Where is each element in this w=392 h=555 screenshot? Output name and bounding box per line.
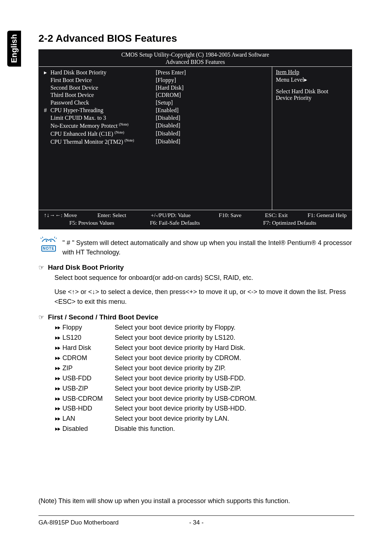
option-name: USB-HDD (62, 404, 115, 414)
row-mark (44, 77, 50, 84)
option-row: ▸▸ZIPSelect your boot device priority by… (54, 363, 354, 374)
option-desc: Select your boot device priority by USB-… (115, 384, 354, 394)
option-desc: Select your boot device priority by USB-… (115, 394, 354, 404)
setting-label: Second Boot Device (50, 84, 156, 92)
row-mark (44, 91, 50, 99)
bios-keys-footer: ↑↓→←: Move Enter: Select +/-/PU/PD: Valu… (39, 210, 352, 229)
bios-setting-row: No-Execute Memory Protect (Note)[Disable… (44, 122, 268, 130)
key-f1: F1: General Help (307, 212, 347, 219)
row-mark (44, 99, 50, 107)
bios-setting-row: Third Boot Device[CDROM] (44, 91, 268, 99)
option-row: ▸▸FloppySelect your boot device priority… (54, 323, 354, 333)
option-desc: Select your boot device priority by CDRO… (115, 353, 354, 363)
setting-value: [Hard Disk] (156, 84, 184, 92)
footnote: (Note) This item will show up when you i… (38, 497, 290, 505)
setting-value: [CDROM] (156, 91, 181, 99)
bios-setting-row: ▸Hard Disk Boot Priority[Press Enter] (44, 69, 268, 77)
option-desc: Select your boot device priority by USB-… (115, 374, 354, 384)
row-mark: # (44, 107, 50, 114)
option-name: ZIP (62, 363, 115, 374)
footer-model: GA-8I915P Duo Motherboard (38, 519, 119, 526)
row-mark (44, 130, 50, 138)
option-name: USB-CDROM (62, 394, 115, 404)
help-text: Device Priority (276, 95, 348, 101)
option-row: ▸▸CDROMSelect your boot device priority … (54, 353, 354, 363)
option-desc: Select your boot device priority by Flop… (115, 323, 354, 333)
bullet-icon: ▸▸ (54, 333, 62, 343)
bullet-icon: ▸▸ (54, 343, 62, 353)
key-f7: F7: Optimized Defaults (263, 219, 347, 227)
section-title: Hard Disk Boot Priority (48, 264, 124, 272)
bios-screenshot: CMOS Setup Utility-Copyright (C) 1984-20… (38, 49, 352, 229)
section-title: First / Second / Third Boot Device (48, 313, 158, 321)
bios-setting-row: Limit CPUID Max. to 3[Disabled] (44, 114, 268, 122)
setting-label: Limit CPUID Max. to 3 (50, 114, 156, 122)
option-row: ▸▸DisabledDisable this function. (54, 424, 354, 434)
bullet-icon: ▸▸ (54, 384, 62, 394)
setting-label: CPU Thermal Monitor 2(TM2) (Note) (50, 138, 156, 146)
bullet-icon: ▸▸ (54, 404, 62, 414)
svg-point-0 (46, 240, 47, 242)
bullet-icon: ▸▸ (54, 394, 62, 404)
note-icon: NOTE (38, 238, 59, 252)
option-row: ▸▸LANSelect your boot device priority by… (54, 414, 354, 424)
option-row: ▸▸USB-HDDSelect your boot device priorit… (54, 404, 354, 414)
option-name: LAN (62, 414, 115, 424)
option-desc: Select your boot device priority by Hard… (115, 343, 354, 353)
key-save: F10: Save (219, 212, 259, 219)
row-mark: ▸ (44, 69, 50, 77)
bullet-icon: ▸▸ (54, 424, 62, 434)
help-text: Select Hard Disk Boot (276, 88, 348, 95)
note-text: " # " System will detect automatically a… (62, 238, 354, 257)
bios-setting-row: #CPU Hyper-Threading[Enabled] (44, 107, 268, 114)
footer-divider (38, 515, 354, 516)
help-title: Item Help (276, 69, 348, 76)
page-title: 2-2 Advanced BIOS Features (38, 33, 354, 44)
option-desc: Select your boot device priority by LS12… (115, 333, 354, 343)
option-name: Hard Disk (62, 343, 115, 353)
bios-setting-row: Second Boot Device[Hard Disk] (44, 84, 268, 92)
bullet-icon: ▸▸ (54, 374, 62, 384)
option-row: ▸▸USB-CDROMSelect your boot device prior… (54, 394, 354, 404)
section-paragraph: Select boot sequence for onboard(or add-… (54, 273, 354, 283)
option-desc: Disable this function. (115, 424, 354, 434)
setting-label: Hard Disk Boot Priority (50, 69, 156, 77)
key-f6: F6: Fail-Safe Defaults (150, 219, 252, 227)
bios-copyright: CMOS Setup Utility-Copyright (C) 1984-20… (39, 51, 352, 58)
option-row: ▸▸USB-FDDSelect your boot device priorit… (54, 374, 354, 384)
bios-setting-row: CPU Thermal Monitor 2(TM2) (Note)[Disabl… (44, 138, 268, 146)
key-f5: F5: Previous Values (44, 219, 138, 227)
svg-point-1 (50, 240, 52, 242)
option-row: ▸▸USB-ZIPSelect your boot device priorit… (54, 384, 354, 394)
setting-value: [Press Enter] (156, 69, 186, 77)
bios-setting-row: CPU Enhanced Halt (C1E) (Note)[Disabled] (44, 130, 268, 138)
key-enter: Enter: Select (97, 212, 144, 219)
bios-settings-list: ▸Hard Disk Boot Priority[Press Enter]Fir… (39, 67, 272, 210)
setting-label: Third Boot Device (50, 91, 156, 99)
bios-subtitle: Advanced BIOS Features (39, 58, 352, 66)
setting-value: [Disabled] (156, 130, 180, 138)
row-mark (44, 114, 50, 122)
option-name: USB-FDD (62, 374, 115, 384)
setting-label: No-Execute Memory Protect (Note) (50, 122, 156, 130)
option-name: Floppy (62, 323, 115, 333)
setting-value: [Disabled] (156, 114, 180, 122)
bios-help-panel: Item Help Menu Level▸ Select Hard Disk B… (272, 67, 352, 210)
setting-value: [Setup] (156, 99, 173, 107)
bullet-icon: ▸▸ (54, 323, 62, 333)
setting-value: [Disabled] (156, 138, 180, 146)
bullet-icon: ▸▸ (54, 363, 62, 374)
key-move: ↑↓→←: Move (44, 212, 91, 219)
option-row: ▸▸Hard DiskSelect your boot device prior… (54, 343, 354, 353)
pointer-icon: ☞ (38, 314, 44, 321)
row-mark (44, 138, 50, 146)
bios-setting-row: Password Check[Setup] (44, 99, 268, 107)
setting-label: Password Check (50, 99, 156, 107)
row-mark (44, 84, 50, 92)
bullet-icon: ▸▸ (54, 353, 62, 363)
page-number: - 34 - (189, 519, 204, 526)
option-name: CDROM (62, 353, 115, 363)
key-esc: ESC: Exit (265, 212, 301, 219)
setting-value: [Floppy] (156, 77, 176, 84)
option-name: Disabled (62, 424, 115, 434)
